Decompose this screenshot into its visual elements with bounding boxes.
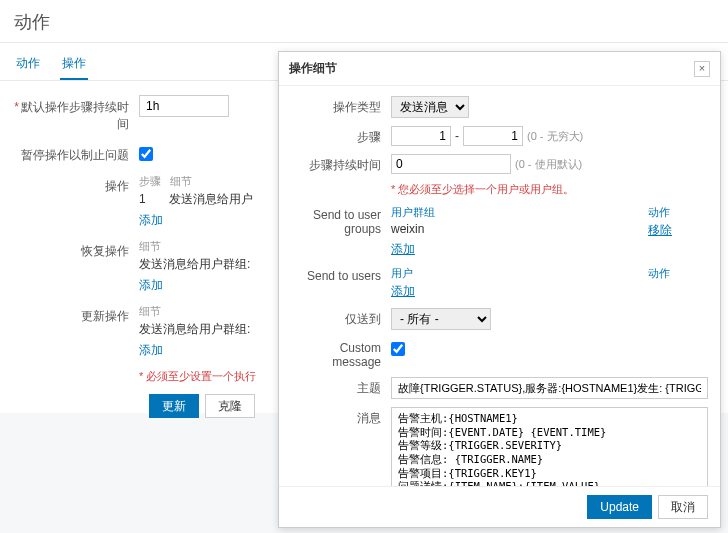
modal-title: 操作细节	[289, 60, 337, 77]
tab-actions[interactable]: 动作	[14, 49, 42, 80]
add-update-link[interactable]: 添加	[139, 343, 163, 357]
operation-detail-modal: 操作细节 × 操作类型 发送消息 步骤 - (0 - 无穷大) 步骤持续时间 (…	[278, 51, 721, 528]
only-send-select[interactable]: - 所有 -	[391, 308, 491, 330]
operation-label: 操作	[14, 174, 139, 195]
required-asterisk: *	[14, 100, 19, 114]
pause-label: 暂停操作以制止问题	[14, 143, 139, 164]
op-type-select[interactable]: 发送消息	[391, 96, 469, 118]
send-users-label: Send to users	[291, 266, 391, 283]
op-head-step: 步骤	[139, 175, 161, 187]
add-user-link[interactable]: 添加	[391, 284, 415, 298]
custom-msg-label: Custom message	[291, 338, 391, 369]
add-recovery-link[interactable]: 添加	[139, 278, 163, 292]
default-step-input[interactable]	[139, 95, 229, 117]
op-type-label: 操作类型	[291, 96, 391, 116]
group-item-name: weixin	[391, 222, 648, 239]
tab-operations[interactable]: 操作	[60, 49, 88, 80]
main-update-button[interactable]: 更新	[149, 394, 199, 418]
page-title: 动作	[0, 0, 728, 43]
step-duration-hint: (0 - 使用默认)	[515, 157, 582, 172]
body-textarea[interactable]	[391, 407, 708, 486]
users-head-action: 动作	[648, 266, 708, 281]
close-icon[interactable]: ×	[694, 61, 710, 77]
step-to-input[interactable]	[463, 126, 523, 146]
groups-head-name: 用户群组	[391, 205, 648, 220]
modal-cancel-button[interactable]: 取消	[658, 495, 708, 519]
body-label: 消息	[291, 407, 391, 427]
add-group-link[interactable]: 添加	[391, 242, 415, 256]
op-step1-text: 发送消息给用户	[169, 192, 253, 206]
step-from-input[interactable]	[391, 126, 451, 146]
update-label: 更新操作	[14, 304, 139, 325]
step-label: 步骤	[291, 126, 391, 146]
users-head-name: 用户	[391, 266, 648, 281]
recovery-label: 恢复操作	[14, 239, 139, 260]
only-send-label: 仅送到	[291, 308, 391, 328]
groups-head-action: 动作	[648, 205, 708, 220]
modal-update-button[interactable]: Update	[587, 495, 652, 519]
pause-checkbox[interactable]	[139, 147, 153, 161]
subject-label: 主题	[291, 377, 391, 397]
must-set-note: 必须至少设置一个执行	[146, 370, 256, 382]
default-step-label: 默认操作步骤持续时间	[21, 100, 129, 131]
send-groups-label: Send to user groups	[291, 205, 391, 236]
op-step1-num: 1	[139, 192, 146, 206]
must-select-note: 您必须至少选择一个用户或用户组。	[398, 183, 574, 195]
step-hint: (0 - 无穷大)	[527, 129, 583, 144]
main-clone-button[interactable]: 克隆	[205, 394, 255, 418]
op-head-detail: 细节	[170, 175, 192, 187]
step-duration-label: 步骤持续时间	[291, 154, 391, 174]
step-duration-input[interactable]	[391, 154, 511, 174]
custom-msg-checkbox[interactable]	[391, 342, 405, 356]
subject-input[interactable]	[391, 377, 708, 399]
group-remove-link[interactable]: 移除	[648, 222, 708, 239]
add-operation-link[interactable]: 添加	[139, 213, 163, 227]
